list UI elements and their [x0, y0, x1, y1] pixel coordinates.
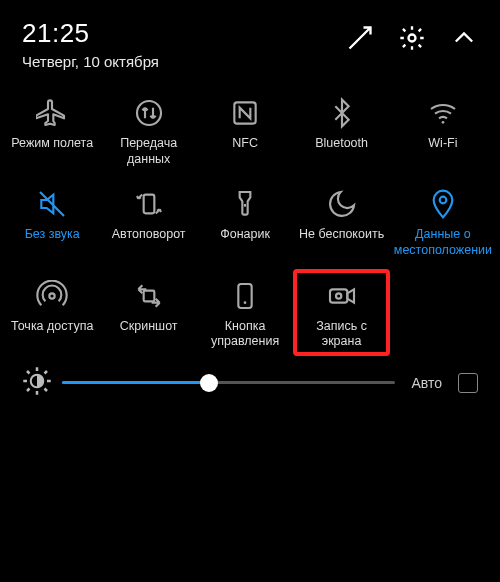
bluetooth-icon — [325, 96, 359, 130]
tile-label: Wi-Fi — [428, 136, 457, 152]
airplane-mode-icon — [35, 96, 69, 130]
brightness-slider[interactable] — [62, 368, 395, 398]
tile-label: Точка доступа — [11, 319, 93, 335]
brightness-icon — [22, 366, 52, 400]
screenshot-icon — [132, 279, 166, 313]
svg-point-1 — [137, 101, 161, 125]
tile-label: Режим полета — [11, 136, 93, 152]
tile-bluetooth[interactable]: Bluetooth — [293, 86, 389, 173]
tile-dnd[interactable]: Не беспокоить — [293, 177, 389, 264]
date-label: Четверг, 10 октября — [22, 53, 159, 70]
collapse-icon[interactable] — [450, 24, 478, 56]
header-left: 21:25 Четверг, 10 октября — [22, 18, 159, 70]
tile-label: NFC — [232, 136, 258, 152]
auto-rotate-icon — [132, 187, 166, 221]
tile-label: Автоповорот — [112, 227, 186, 243]
tile-location[interactable]: Данные о местоположении — [390, 177, 496, 264]
tile-data-transfer[interactable]: Передача данных — [100, 86, 196, 173]
svg-rect-11 — [330, 289, 347, 302]
tile-hotspot[interactable]: Точка доступа — [4, 269, 100, 356]
screen-record-icon — [325, 279, 359, 313]
flashlight-icon — [228, 187, 262, 221]
status-header: 21:25 Четверг, 10 октября — [0, 0, 500, 78]
quick-settings-grid: Режим полетаПередача данныхNFCBluetoothW… — [0, 78, 500, 356]
svg-rect-9 — [238, 284, 251, 308]
auto-brightness-checkbox[interactable] — [458, 373, 478, 393]
tile-wifi[interactable]: Wi-Fi — [390, 86, 496, 173]
tile-nfc[interactable]: NFC — [197, 86, 293, 173]
svg-rect-4 — [143, 195, 154, 214]
tile-label: Кнопка управления — [201, 319, 289, 350]
tile-mute[interactable]: Без звука — [4, 177, 100, 264]
header-actions — [346, 18, 478, 56]
tile-airplane-mode[interactable]: Режим полета — [4, 86, 100, 173]
svg-rect-8 — [143, 290, 154, 301]
data-transfer-icon — [132, 96, 166, 130]
dnd-icon — [325, 187, 359, 221]
tile-control-button[interactable]: Кнопка управления — [197, 269, 293, 356]
tile-label: Запись с экрана — [297, 319, 385, 350]
tile-label: Без звука — [25, 227, 80, 243]
settings-icon[interactable] — [398, 24, 426, 56]
tile-screen-record[interactable]: Запись с экрана — [293, 269, 389, 356]
location-icon — [426, 187, 460, 221]
slider-fill — [62, 381, 209, 384]
tile-flashlight[interactable]: Фонарик — [197, 177, 293, 264]
svg-point-10 — [244, 301, 247, 304]
auto-brightness-label: Авто — [411, 375, 442, 391]
svg-point-7 — [50, 293, 55, 298]
brightness-row: Авто — [0, 356, 500, 400]
slider-thumb[interactable] — [200, 374, 218, 392]
clock-time: 21:25 — [22, 18, 159, 49]
tile-label: Не беспокоить — [299, 227, 384, 243]
tile-label: Bluetooth — [315, 136, 368, 152]
svg-point-12 — [336, 293, 341, 298]
svg-point-6 — [440, 197, 447, 204]
tile-label: Передача данных — [104, 136, 192, 167]
tile-label: Данные о местоположении — [394, 227, 492, 258]
edit-icon[interactable] — [346, 24, 374, 56]
tile-auto-rotate[interactable]: Автоповорот — [100, 177, 196, 264]
svg-point-0 — [409, 35, 416, 42]
mute-icon — [35, 187, 69, 221]
control-button-icon — [228, 279, 262, 313]
tile-screenshot[interactable]: Скриншот — [100, 269, 196, 356]
hotspot-icon — [35, 279, 69, 313]
tile-label: Скриншот — [120, 319, 178, 335]
nfc-icon — [228, 96, 262, 130]
svg-point-3 — [442, 121, 445, 124]
tile-label: Фонарик — [220, 227, 270, 243]
wifi-icon — [426, 96, 460, 130]
